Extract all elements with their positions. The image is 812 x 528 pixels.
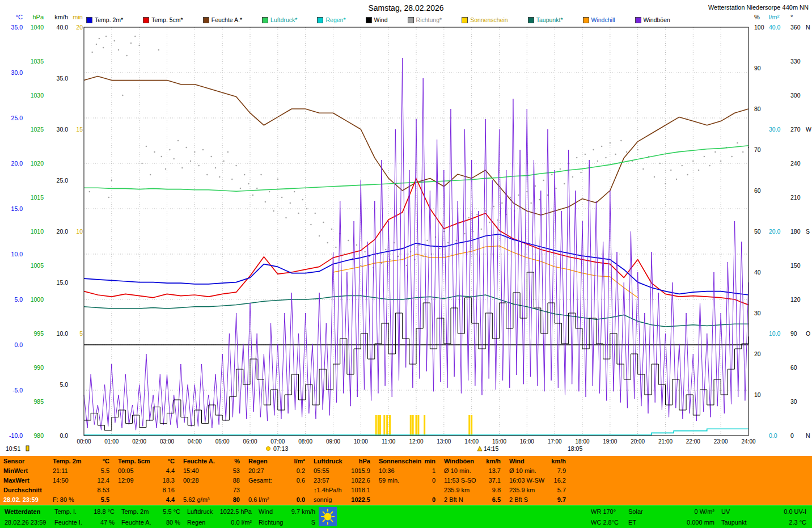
- status-label: Temp. 2m: [121, 506, 149, 517]
- status-value: WC 2.8°C: [591, 517, 621, 527]
- status-value: S: [311, 517, 315, 527]
- svg-text:min: min: [73, 14, 83, 20]
- weather-chart[interactable]: °C35.030.025.020.015.010.05.00.0-5.0-10.…: [0, 0, 812, 454]
- cell-value: 1022.5: [351, 495, 370, 505]
- cell-label: 11:53 S-SO: [444, 476, 476, 485]
- summary-row-header: Sensor: [0, 457, 50, 466]
- summary-cell-windb-en: 235.9 km9.8: [441, 485, 506, 495]
- cell-label: sonnig: [314, 495, 332, 505]
- summary-cell-sonnenschein: [376, 485, 441, 495]
- svg-text:80: 80: [754, 105, 761, 112]
- svg-text:120: 120: [790, 296, 801, 303]
- status-label: Regen: [187, 517, 205, 527]
- svg-text:980: 980: [33, 432, 44, 439]
- status-line: Regen0.0 l/m²: [187, 517, 252, 527]
- status-value: 1022.5 hPa: [220, 506, 252, 517]
- svg-text:0.0: 0.0: [60, 432, 68, 439]
- svg-text:60: 60: [754, 187, 761, 194]
- status-line: Temp. I.18.8 °C: [54, 506, 115, 517]
- svg-text:1005: 1005: [31, 262, 44, 269]
- cell-value: 80: [233, 495, 240, 505]
- svg-text:10:51: 10:51: [6, 445, 20, 452]
- status-group-temp-i: Temp. I.18.8 °CFeuchte I.47 %: [51, 506, 118, 527]
- svg-text:06:00: 06:00: [243, 438, 257, 445]
- summary-cell-luftdruck: 05:551015.9: [311, 466, 376, 476]
- status-value: 2.3 °C: [764, 517, 806, 527]
- svg-text:10: 10: [754, 391, 761, 398]
- status-value: 0.0 UV-I: [764, 506, 806, 517]
- status-label: Richtung: [259, 517, 283, 527]
- status-group-wind: Wind9.7 km/hRichtungS: [255, 506, 319, 527]
- cell-label: 05:55: [314, 466, 329, 476]
- summary-cell-regen: Regenl/m²: [246, 457, 311, 466]
- svg-text:07:00: 07:00: [270, 438, 285, 445]
- summary-cell-sonnenschein: 10:361: [376, 466, 441, 476]
- svg-text:°: °: [790, 14, 793, 20]
- summary-cell-feuchte-a: 00:2888: [180, 476, 246, 485]
- status-bar: Wetterdaten28.02.26 23:59Temp. I.18.8 °C…: [0, 505, 812, 528]
- cell-label: 20:27: [248, 466, 264, 476]
- svg-text:40.0: 40.0: [769, 24, 781, 31]
- status-line: Feuchte I.47 %: [54, 517, 115, 527]
- summary-row-minwert: MinWert21:115.500:054.415:405320:270.205…: [0, 466, 812, 476]
- summary-cell-temp-2m: Temp. 2m°C: [50, 457, 115, 466]
- summary-cell-luftdruck: ↑1.4hPa/h1018.1: [311, 485, 376, 495]
- cell-label: Ø 10 min.: [509, 466, 536, 476]
- cell-value: 18.3: [163, 476, 175, 485]
- svg-text:07:13: 07:13: [273, 445, 288, 452]
- svg-text:18:05: 18:05: [568, 445, 582, 452]
- cell-label: F: 80 %: [53, 495, 74, 505]
- summary-cell-windb-en: Ø 10 min.13.7: [441, 466, 506, 476]
- summary-row-28-02-23-59: 28.02. 23:59F: 80 %5.54.45.62 g/m³800.6 …: [0, 495, 812, 505]
- svg-text:210: 210: [790, 194, 801, 201]
- status-group-solar: SolarET: [625, 506, 654, 527]
- svg-text:20.0: 20.0: [11, 160, 23, 167]
- svg-text:40: 40: [754, 269, 761, 276]
- cell-label: Wind: [509, 457, 525, 466]
- svg-text:17:00: 17:00: [548, 438, 562, 445]
- summary-row-header: Durchschnitt: [0, 485, 50, 495]
- cell-value: °C: [103, 457, 109, 466]
- cell-value: 37.1: [489, 476, 501, 485]
- cell-label: ↑1.4hPa/h: [314, 485, 342, 495]
- svg-text:O: O: [806, 330, 810, 337]
- cell-label: 2 Bft N: [444, 495, 463, 505]
- svg-text:00:00: 00:00: [77, 438, 91, 445]
- cell-label: Temp. 5cm: [118, 457, 150, 466]
- weather-app-window: Samstag, 28.02.2026 Wetterstation Nieder…: [0, 0, 812, 528]
- cell-value: 1015.9: [351, 466, 370, 476]
- svg-text:995: 995: [33, 330, 44, 337]
- svg-text:15.0: 15.0: [11, 205, 23, 212]
- svg-text:20:00: 20:00: [631, 438, 645, 445]
- svg-text:5.0: 5.0: [60, 381, 68, 388]
- cell-label: 10:36: [379, 466, 395, 476]
- status-line: Temp. 2m5.5 °C: [121, 506, 180, 517]
- summary-table: SensorTemp. 2m°CTemp. 5cm°CFeuchte A.%Re…: [0, 456, 812, 505]
- summary-cell-sonnenschein: 0: [376, 495, 441, 505]
- svg-text:0.0: 0.0: [769, 432, 777, 439]
- status-group-0-w-m: 0 W/m²0.000 mm: [654, 506, 718, 527]
- svg-text:1035: 1035: [31, 58, 44, 65]
- summary-cell-temp-5cm: Temp. 5cm°C: [115, 457, 180, 466]
- status-label: Wetterdaten: [5, 506, 40, 517]
- cell-label: 00:28: [183, 476, 199, 485]
- svg-text:240: 240: [790, 160, 801, 167]
- cell-label: Temp. 2m: [53, 457, 82, 466]
- svg-text:W: W: [806, 126, 811, 133]
- status-line: RichtungS: [259, 517, 315, 527]
- cell-value: 7.9: [557, 466, 566, 476]
- status-value: 80 %: [166, 517, 180, 527]
- svg-text:1030: 1030: [31, 92, 44, 99]
- svg-text:02:00: 02:00: [132, 438, 146, 445]
- svg-text:08:00: 08:00: [298, 438, 312, 445]
- summary-cell-wind: Ø 10 min.7.9: [506, 466, 572, 476]
- sun-icon: [319, 507, 337, 526]
- status-group-uv: UVTaupunkt: [718, 506, 761, 527]
- cell-value: min: [424, 457, 435, 466]
- status-value: 47 %: [100, 517, 115, 527]
- svg-text:15.0: 15.0: [57, 279, 69, 286]
- svg-text:5: 5: [79, 330, 83, 337]
- svg-text:14:00: 14:00: [464, 438, 479, 445]
- cell-value: 6.5: [492, 495, 501, 505]
- svg-text:5.0: 5.0: [14, 296, 23, 303]
